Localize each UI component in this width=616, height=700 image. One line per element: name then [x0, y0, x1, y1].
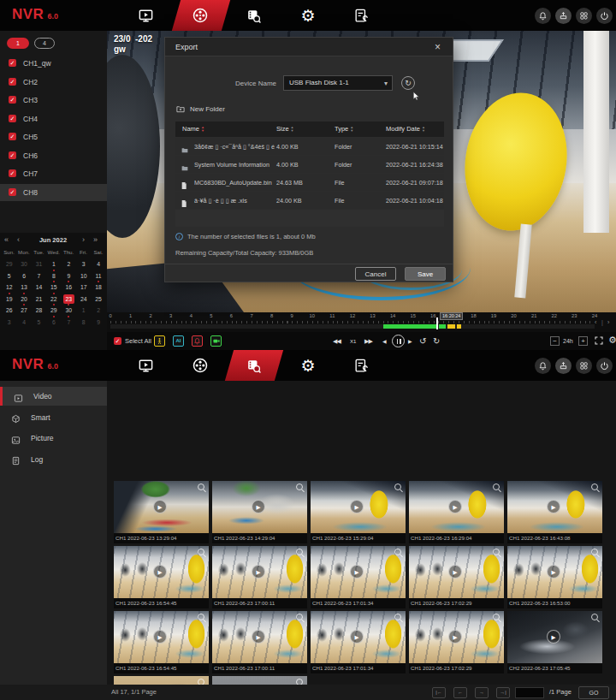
- play-icon[interactable]: ▶: [547, 630, 560, 644]
- play-icon[interactable]: ▶: [350, 500, 364, 513]
- fast-forward-button[interactable]: ▶▶: [364, 338, 372, 345]
- recording-segment-green-2[interactable]: [439, 324, 446, 329]
- timeline-scroll-right[interactable]: ›: [607, 319, 609, 325]
- tab-playback[interactable]: [180, 350, 221, 381]
- close-icon[interactable]: ×: [429, 40, 446, 54]
- video-thumbnail[interactable]: ▶CH2 2022-06-23 17:05:45: [507, 611, 602, 673]
- video-thumbnail[interactable]: ▶CH1 2022-06-23 17:01:34: [311, 611, 406, 673]
- calendar-date[interactable]: 15: [46, 282, 61, 294]
- save-button[interactable]: Save: [405, 267, 446, 281]
- magnifier-icon[interactable]: [296, 483, 303, 490]
- magnifier-icon[interactable]: [198, 614, 204, 620]
- video-thumbnail[interactable]: ▶CH1 2022-06-23 16:29:04: [409, 481, 504, 543]
- calendar-date[interactable]: 1: [76, 306, 91, 317]
- calendar-next-year-button[interactable]: »: [93, 235, 98, 244]
- video-thumbnail[interactable]: ▶CH1 2022-06-23 17:01:34: [311, 546, 406, 608]
- calendar-date[interactable]: 4: [91, 259, 105, 271]
- timeline-track[interactable]: [110, 324, 595, 329]
- channel-checkbox[interactable]: ✓: [9, 169, 16, 177]
- play-icon[interactable]: ▶: [153, 500, 167, 513]
- play-icon[interactable]: ▶: [252, 630, 265, 644]
- event-filter-ai-button[interactable]: AI: [173, 335, 184, 347]
- calendar-date[interactable]: 5: [2, 271, 16, 283]
- rewind-button[interactable]: ◀◀: [333, 338, 341, 345]
- play-icon[interactable]: ▶: [350, 630, 364, 644]
- play-icon[interactable]: ▶: [547, 565, 560, 578]
- page-number-input[interactable]: [515, 687, 544, 698]
- sidebar-item-smart[interactable]: Smart: [0, 408, 107, 427]
- magnifier-icon[interactable]: [591, 483, 598, 490]
- power-button[interactable]: [596, 8, 613, 24]
- select-all-checkbox[interactable]: ✓: [114, 337, 121, 345]
- calendar-date[interactable]: 20: [16, 294, 31, 306]
- magnifier-icon[interactable]: [394, 549, 401, 555]
- calendar-date[interactable]: 23: [62, 294, 76, 306]
- video-thumbnail[interactable]: ▶CH1 2022-06-23 16:53:00: [507, 546, 602, 608]
- cancel-button[interactable]: Cancel: [355, 267, 396, 281]
- device-name-select[interactable]: USB Flash Disk 1-1 ▾: [283, 75, 393, 91]
- channel-checkbox[interactable]: ✓: [9, 78, 16, 86]
- calendar-date[interactable]: 6: [46, 317, 61, 329]
- tab-search[interactable]: [233, 350, 274, 381]
- channel-row[interactable]: ✓CH7: [0, 165, 107, 182]
- video-thumbnail[interactable]: ▶CH1 2022-06-23 16:54:45: [114, 546, 209, 608]
- calendar-date[interactable]: 3: [76, 259, 91, 271]
- calendar-date[interactable]: 2: [91, 306, 105, 317]
- channel-checkbox[interactable]: ✓: [9, 151, 16, 159]
- play-icon[interactable]: ▶: [448, 500, 462, 513]
- play-icon[interactable]: ▶: [448, 630, 462, 644]
- magnifier-icon[interactable]: [198, 549, 204, 555]
- calendar-date[interactable]: 28: [32, 306, 46, 317]
- notifications-button[interactable]: [535, 358, 551, 374]
- calendar-date[interactable]: 21: [32, 294, 46, 306]
- event-filter-video-button[interactable]: [210, 335, 222, 347]
- calendar-date[interactable]: 10: [76, 271, 91, 283]
- video-thumbnail[interactable]: ▶CH1 2022-06-23 17:00:11: [212, 546, 307, 608]
- calendar-date[interactable]: 12: [2, 282, 16, 294]
- calendar-date[interactable]: 7: [32, 271, 46, 283]
- recording-segment-yellow[interactable]: [447, 324, 455, 329]
- video-thumbnail[interactable]: ▶CH1 2022-06-23 15:29:04: [311, 481, 406, 543]
- calendar-date[interactable]: 29: [2, 259, 16, 271]
- new-folder-button[interactable]: New Folder: [175, 104, 225, 114]
- video-thumbnail[interactable]: ▶CH1 2022-06-23 16:54:45: [114, 611, 209, 673]
- channel-row[interactable]: ✓CH8: [0, 184, 107, 201]
- next-page-button[interactable]: →: [475, 687, 489, 698]
- calendar-date[interactable]: 8: [76, 317, 91, 329]
- timeline[interactable]: 0123456789101112131415161718192021222324…: [107, 312, 616, 332]
- video-thumbnail[interactable]: ▶CH1 2022-06-23 14:29:04: [212, 481, 307, 543]
- calendar-date[interactable]: 29: [46, 306, 61, 317]
- video-thumbnail[interactable]: ▶CH1 2022-06-23 13:29:04: [114, 481, 209, 543]
- tab-live-view[interactable]: [125, 0, 166, 31]
- play-icon[interactable]: ▶: [448, 565, 462, 578]
- fullscreen-button[interactable]: [594, 335, 604, 347]
- calendar-date[interactable]: 18: [91, 282, 105, 294]
- play-icon[interactable]: ▶: [350, 565, 364, 578]
- calendar-date[interactable]: 31: [32, 259, 46, 271]
- channel-checkbox[interactable]: ✓: [9, 133, 16, 140]
- timeline-zoom-in-button[interactable]: +: [578, 336, 588, 346]
- loop-icon[interactable]: ↻: [433, 336, 440, 346]
- calendar-date[interactable]: 25: [91, 294, 105, 306]
- magnifier-icon[interactable]: [591, 614, 598, 620]
- file-row[interactable]: â·¥å ▯ ·è ▯ ▯ æ .xls24.00 KBFile2022-06-…: [175, 192, 444, 209]
- column-name[interactable]: Name▲▼: [182, 125, 204, 133]
- play-icon[interactable]: ▶: [252, 565, 265, 578]
- sidebar-item-video[interactable]: Video: [0, 387, 107, 406]
- video-thumbnail[interactable]: ▶CH1 2022-06-23 17:02:29: [409, 546, 504, 608]
- column-size[interactable]: Size▲▼: [276, 125, 294, 133]
- magnifier-icon[interactable]: [296, 614, 303, 620]
- tab-settings[interactable]: ⚙: [287, 0, 329, 31]
- pause-button[interactable]: [392, 335, 405, 347]
- playback-settings-gear-icon[interactable]: ⚙: [608, 335, 616, 346]
- backup-button[interactable]: [555, 8, 572, 24]
- timeline-zoom-out-button[interactable]: −: [550, 336, 560, 346]
- calendar-date[interactable]: 22: [46, 294, 61, 306]
- timeline-scroll-left[interactable]: ‹: [595, 319, 596, 325]
- first-page-button[interactable]: |←: [432, 687, 446, 698]
- play-icon[interactable]: ▶: [153, 630, 167, 644]
- recording-segment-yellow-2[interactable]: [457, 324, 461, 329]
- refresh-icon[interactable]: ↻: [401, 76, 415, 90]
- column-modify-date[interactable]: Modify Date▲▼: [386, 125, 425, 133]
- channel-row[interactable]: ✓CH4: [0, 110, 107, 128]
